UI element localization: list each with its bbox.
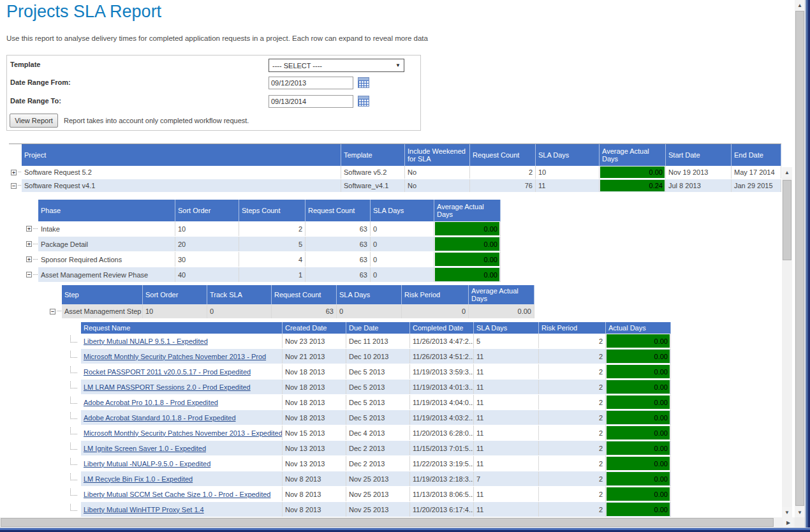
cell-due-date: Dec 10 2013 [346,349,410,364]
request-link[interactable]: LM LRAM PASSPORT Sessions 2.0 - Prod Exp… [84,383,251,391]
request-link[interactable]: Liberty Mutual -NUALP-9.5.0 - Expedited [84,460,210,468]
report-note: Report takes into account only completed… [64,117,249,124]
calendar-icon-to[interactable] [358,96,369,107]
expander-column-header [67,322,81,334]
request-link[interactable]: Microsoft Monthly Security Patches Novem… [84,429,283,437]
cell-sort-order: 20 [175,237,239,251]
col-header-risk-period: Risk Period [539,322,606,334]
expander-cell [67,487,81,501]
page-horizontal-scrollbar[interactable]: ▶ [0,517,795,528]
page-scrollbar-thumb[interactable] [795,11,804,506]
cell-created-date: Nov 18 2013 [283,364,346,379]
collapse-icon[interactable]: − [26,272,32,277]
expand-icon[interactable]: + [26,256,32,262]
request-link[interactable]: Liberty Mutual NUALP 9.5.1 - Expedited [84,337,208,345]
col-header-sort-order: Sort Order [175,200,239,221]
cell-due-date: Dec 5 2013 [346,380,410,394]
table-row: Adobe Acrobat Pro 10.1.8 - Prod Expedite… [67,395,671,410]
cell-risk-period: 2 [539,425,606,440]
cell-request-count: 2 [470,166,536,179]
cell-start-date: Jul 8 2013 [666,179,732,192]
cell-due-date: Dec 11 2013 [346,334,410,348]
grid-vertical-scrollbar[interactable]: ▲ ▼ [782,167,792,517]
cell-sla-days: 0 [371,252,434,267]
table-row: LM LRAM PASSPORT Sessions 2.0 - Prod Exp… [67,380,671,395]
expand-icon[interactable]: + [26,226,32,232]
table-header-row: PhaseSort OrderSteps CountRequest CountS… [24,200,501,221]
date-to-input[interactable] [269,95,353,108]
page-scroll-down-button[interactable]: ▼ [795,507,805,517]
grid-scroll-down-button[interactable]: ▼ [782,507,792,517]
page-scroll-up-button[interactable]: ▲ [795,0,805,10]
expander-cell [67,471,81,486]
cell-average-actual-days: 0.00 [434,267,501,282]
cell-due-date: Dec 5 2013 [346,364,410,379]
cell-due-date: Nov 25 2013 [346,487,410,501]
calendar-icon-from[interactable] [358,77,369,88]
table-row: +Software Request 5.2Software v5.2No2100… [9,166,781,179]
actual-days-bar: 0.00 [607,395,670,409]
col-header-risk-period: Risk Period [402,285,469,304]
expand-icon[interactable]: + [26,241,32,247]
page-scroll-right-button[interactable]: ▶ [783,517,793,528]
table-row: Microsoft Monthly Security Patches Novem… [67,349,671,364]
view-report-button[interactable]: View Report [10,114,58,128]
cell-sort-order: 10 [175,221,239,236]
actual-days-bar: 0.00 [607,411,670,424]
horizontal-scrollbar-thumb[interactable] [1,518,774,527]
cell-risk-period: 2 [539,380,606,394]
cell-actual-days: 0.00 [606,441,671,455]
cell-step: Asset Management Step [62,304,143,318]
col-header-steps-count: Steps Count [239,200,306,221]
table-row: LM Ignite Screen Saver 1.0 - ExpeditedNo… [67,441,671,456]
cell-created-date: Nov 18 2013 [283,380,346,394]
cell-template: Software_v4.1 [341,179,405,192]
cell-completed-date: 11/13/2013 8:06:5... [410,487,474,501]
actual-days-bar: 0.00 [435,268,499,281]
cell-sort-order: 30 [175,252,239,267]
cell-created-date: Nov 18 2013 [283,410,346,425]
table-row: Microsoft Monthly Security Patches Novem… [67,425,671,441]
request-link[interactable]: Adobe Acrobat Standard 10.1.8 - Prod Exp… [84,414,236,422]
cell-sla-days: 11 [474,456,539,471]
date-from-input[interactable] [269,77,353,89]
cell-end-date: Jan 29 2015 [732,179,781,192]
request-link[interactable]: Microsoft Monthly Security Patches Novem… [84,353,266,360]
col-header-actual-days: Actual Days [606,322,671,334]
col-header-sla-days: SLA Days [337,285,402,304]
request-link[interactable]: Adobe Acrobat Pro 10.1.8 - Prod Expedite… [84,399,218,406]
grid-scrollbar-thumb[interactable] [783,180,792,260]
collapse-icon[interactable]: − [50,309,55,314]
request-link[interactable]: Rocket PASSPORT 2011 v20.0.5.17 - Prod E… [84,368,251,376]
expander-cell: + [24,221,38,236]
cell-completed-date: 11/26/2013 4:47:2... [410,334,474,348]
actual-days-bar: 0.00 [607,426,670,440]
expander-cell [67,349,81,364]
cell-completed-date: 11/26/2013 4:51:2... [410,349,474,364]
collapse-icon[interactable]: − [11,183,17,189]
request-link[interactable]: LM Recycle Bin Fix 1.0 - Expedited [84,475,193,483]
actual-days-bar: 0.00 [607,487,670,501]
col-header-track-sla: Track SLA [207,285,272,304]
scrollbar-corner [795,517,805,528]
cell-risk-period: 2 [539,334,606,348]
cell-completed-date: 11/19/2013 2:18:3... [410,471,474,486]
expander-cell: − [24,267,38,282]
request-link[interactable]: Liberty Mutual WinHTTP Proxy Set 1.4 [84,506,204,514]
request-link[interactable]: Liberty Mutual SCCM Set Cache Size 1.0 -… [84,491,270,498]
cell-actual-days: 0.00 [606,456,671,471]
expander-column-header [9,144,22,166]
request-link[interactable]: LM Ignite Screen Saver 1.0 - Expedited [84,445,206,452]
leaf-icon [70,427,77,434]
expand-icon[interactable]: + [11,170,17,175]
grid-scroll-up-button[interactable]: ▲ [782,167,792,177]
col-header-sla-days: SLA Days [474,322,539,334]
cell-steps-count: 4 [239,252,306,267]
cell-request-name: Liberty Mutual NUALP 9.5.1 - Expedited [81,334,283,348]
cell-completed-date: 11/15/2013 7:01:5... [410,441,474,455]
expander-cell: + [24,237,38,251]
expander-cell: + [24,252,38,267]
template-select[interactable]: ---- SELECT ---- ▼ [269,59,404,72]
page-vertical-scrollbar[interactable]: ▲ ▼ [795,0,805,517]
expander-cell [67,441,81,455]
